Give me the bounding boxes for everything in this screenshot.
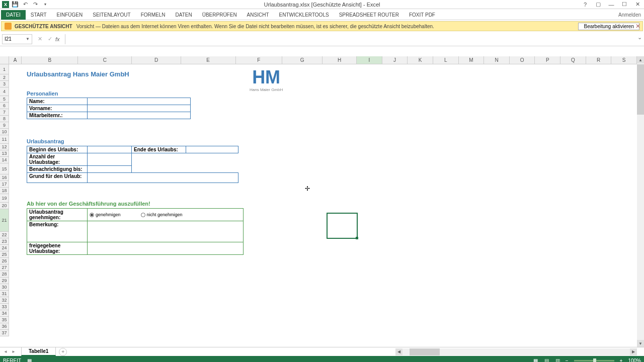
minimize-button[interactable]: — — [605, 0, 618, 9]
beginn-value[interactable] — [88, 146, 132, 153]
collapse-formula-bar-icon[interactable]: ⌄ — [637, 34, 642, 41]
row-header-5[interactable]: 5 — [0, 96, 9, 103]
freigegeben-value[interactable] — [88, 242, 244, 255]
ribbon-tab-formeln[interactable]: FORMELN — [136, 10, 171, 20]
name-box-dropdown-icon[interactable]: ▼ — [26, 37, 30, 41]
enable-editing-button[interactable]: Bearbeitung aktivieren — [578, 23, 639, 30]
ribbon-tab-spreadsheet-router[interactable]: SPREADSHEET ROUTER — [334, 10, 404, 20]
selected-cell[interactable] — [327, 213, 358, 239]
row-header-2[interactable]: 2 — [0, 74, 9, 81]
scroll-right-button[interactable]: ▶ — [630, 348, 637, 355]
column-header-I[interactable]: I — [357, 56, 382, 64]
normal-view-button[interactable]: ▦ — [531, 357, 541, 362]
column-header-E[interactable]: E — [181, 56, 236, 64]
row-header-26[interactable]: 26 — [0, 258, 9, 264]
row-header-29[interactable]: 29 — [0, 278, 9, 284]
row-header-18[interactable]: 18 — [0, 188, 9, 194]
row-header-4[interactable]: 4 — [0, 87, 9, 96]
row-header-25[interactable]: 25 — [0, 251, 9, 258]
row-header-11[interactable]: 11 — [0, 135, 9, 144]
horizontal-scrollbar[interactable]: ◀ ▶ — [395, 348, 637, 355]
row-header-8[interactable]: 8 — [0, 116, 9, 122]
row-header-17[interactable]: 17 — [0, 181, 9, 188]
row-header-7[interactable]: 7 — [0, 109, 9, 116]
sheet-nav-first[interactable]: ◄ — [2, 348, 9, 355]
column-header-H[interactable]: H — [323, 56, 357, 64]
ribbon-tab-überprüfen[interactable]: ÜBERPRÜFEN — [197, 10, 242, 20]
row-header-24[interactable]: 24 — [0, 245, 9, 251]
ribbon-tab-einfügen[interactable]: EINFÜGEN — [52, 10, 88, 20]
benachrichtigung-value[interactable] — [88, 166, 132, 173]
name-value[interactable] — [88, 98, 191, 105]
page-break-view-button[interactable]: ▥ — [553, 357, 563, 362]
ribbon-tab-seitenlayout[interactable]: SEITENLAYOUT — [88, 10, 135, 20]
bemerkung-value[interactable] — [88, 221, 244, 242]
vertical-scroll-thumb[interactable] — [637, 64, 644, 115]
column-header-R[interactable]: R — [586, 56, 612, 64]
ribbon-tab-entwicklertools[interactable]: ENTWICKLERTOOLS — [274, 10, 334, 20]
row-header-32[interactable]: 32 — [0, 297, 9, 304]
save-button[interactable]: 💾 — [11, 1, 19, 9]
ribbon-tab-foxit-pdf[interactable]: Foxit PDF — [404, 10, 440, 20]
radio-nicht-genehmigen[interactable]: nicht genehmigen — [141, 212, 183, 217]
column-header-M[interactable]: M — [459, 56, 485, 64]
grund-value[interactable] — [88, 173, 238, 183]
column-header-B[interactable]: B — [22, 56, 78, 64]
row-header-31[interactable]: 31 — [0, 291, 9, 297]
row-header-35[interactable]: 35 — [0, 317, 9, 323]
column-header-J[interactable]: J — [382, 56, 408, 64]
row-header-13[interactable]: 13 — [0, 150, 9, 157]
column-header-N[interactable]: N — [484, 56, 510, 64]
vertical-scrollbar[interactable]: ▲ ▼ — [637, 56, 644, 347]
anzahl-value[interactable] — [88, 153, 132, 166]
column-header-K[interactable]: K — [408, 56, 433, 64]
column-header-G[interactable]: G — [282, 56, 323, 64]
row-header-21[interactable]: 21 — [0, 209, 9, 232]
ribbon-tab-daten[interactable]: DATEN — [171, 10, 197, 20]
qat-customize[interactable]: ▾ — [41, 1, 49, 9]
ribbon-tab-datei[interactable]: DATEI — [1, 10, 26, 20]
cancel-formula-icon[interactable]: ✕ — [35, 35, 44, 44]
zoom-level[interactable]: 100% — [628, 358, 641, 363]
redo-button[interactable]: ↷ — [31, 1, 39, 9]
zoom-in-button[interactable]: + — [618, 358, 624, 363]
protected-view-close-icon[interactable]: ✕ — [635, 23, 640, 30]
vorname-value[interactable] — [88, 105, 191, 112]
row-header-33[interactable]: 33 — [0, 304, 9, 310]
scroll-left-button[interactable]: ◀ — [395, 348, 403, 355]
page-layout-view-button[interactable]: ▤ — [542, 357, 552, 362]
ribbon-tab-start[interactable]: START — [26, 10, 52, 20]
row-header-6[interactable]: 6 — [0, 103, 9, 109]
row-header-3[interactable]: 3 — [0, 81, 9, 87]
row-header-16[interactable]: 16 — [0, 174, 9, 181]
column-header-Q[interactable]: Q — [560, 56, 586, 64]
column-header-C[interactable]: C — [78, 56, 132, 64]
row-header-23[interactable]: 23 — [0, 238, 9, 245]
maximize-button[interactable]: ☐ — [618, 0, 631, 9]
column-header-P[interactable]: P — [535, 56, 560, 64]
row-header-30[interactable]: 30 — [0, 284, 9, 291]
row-header-27[interactable]: 27 — [0, 264, 9, 271]
help-button[interactable]: ? — [579, 0, 592, 9]
column-header-F[interactable]: F — [236, 56, 282, 64]
row-header-20[interactable]: 20 — [0, 203, 9, 209]
row-header-9[interactable]: 9 — [0, 122, 9, 129]
zoom-out-button[interactable]: − — [564, 358, 570, 363]
row-header-14[interactable]: 14 — [0, 157, 9, 163]
column-header-O[interactable]: O — [510, 56, 535, 64]
sheet-nav-last[interactable]: ► — [10, 348, 17, 355]
row-header-22[interactable]: 22 — [0, 232, 9, 238]
add-sheet-button[interactable]: + — [59, 348, 67, 356]
row-header-36[interactable]: 36 — [0, 323, 9, 330]
sign-in-link[interactable]: Anmelden — [618, 12, 641, 18]
name-box[interactable]: I21 ▼ — [2, 34, 32, 44]
row-header-15[interactable]: 15 — [0, 163, 9, 174]
undo-button[interactable]: ↶ — [21, 1, 29, 9]
row-header-10[interactable]: 10 — [0, 129, 9, 135]
sheet-tab-tabelle1[interactable]: Tabelle1 — [21, 347, 56, 356]
row-header-1[interactable]: 1 — [0, 64, 9, 74]
column-header-A[interactable]: A — [9, 56, 22, 64]
formula-input[interactable] — [65, 34, 642, 44]
select-all-cells[interactable] — [0, 56, 9, 64]
close-button[interactable]: ✕ — [631, 0, 644, 9]
